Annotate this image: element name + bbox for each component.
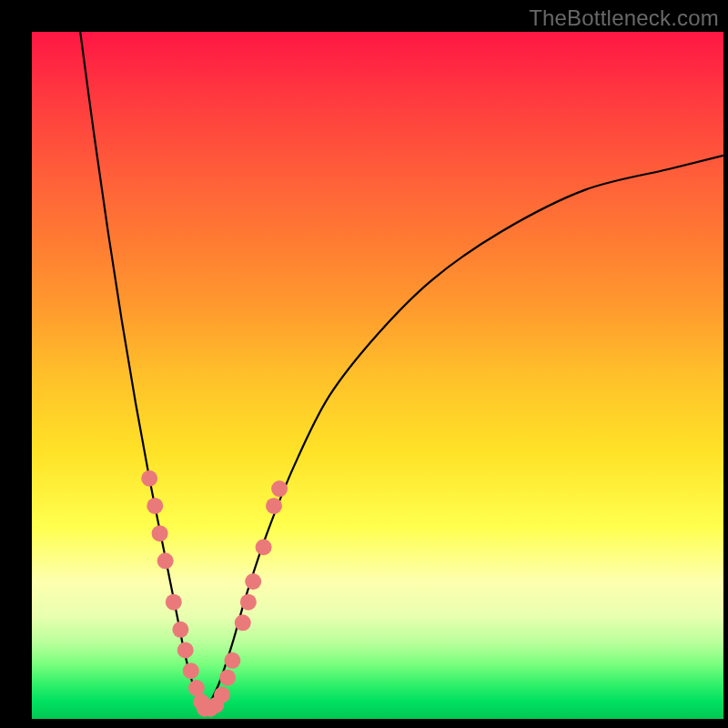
data-bead bbox=[183, 662, 199, 679]
data-bead bbox=[172, 622, 188, 638]
data-bead bbox=[214, 687, 230, 703]
data-bead bbox=[177, 642, 194, 659]
data-bead bbox=[235, 614, 251, 631]
data-bead bbox=[271, 480, 288, 497]
curve-right-branch bbox=[205, 156, 723, 713]
data-bead bbox=[152, 525, 168, 541]
data-bead bbox=[157, 552, 174, 569]
data-bead bbox=[240, 594, 257, 611]
data-bead bbox=[219, 670, 236, 686]
chart-frame: TheBottleneck.com bbox=[0, 0, 728, 728]
plot-area bbox=[32, 32, 723, 719]
data-bead bbox=[166, 594, 182, 611]
data-bead bbox=[245, 573, 261, 590]
watermark-text: TheBottleneck.com bbox=[529, 5, 719, 31]
curve-layer bbox=[32, 32, 723, 719]
data-bead bbox=[266, 498, 282, 514]
data-bead bbox=[256, 539, 272, 555]
data-bead bbox=[147, 498, 163, 514]
data-bead bbox=[224, 652, 240, 669]
curve-left-branch bbox=[80, 32, 205, 712]
data-bead bbox=[141, 470, 157, 487]
